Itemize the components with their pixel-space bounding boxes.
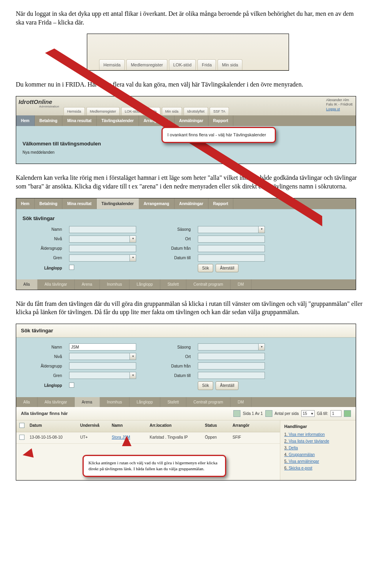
top-tab-minsida[interactable]: Min sida — [162, 107, 182, 115]
inp-dtill[interactable] — [198, 254, 265, 262]
lbl4-dfrom: Datum från — [143, 364, 191, 369]
action-visa-lista[interactable]: 2. Visa lista över tävlande — [284, 439, 352, 444]
inp-namn[interactable] — [69, 226, 136, 233]
inp-niva[interactable] — [69, 236, 130, 243]
aterstall-button-4[interactable]: Återställ — [216, 381, 238, 390]
action-delta[interactable]: 3. Delta — [284, 445, 352, 450]
th-location[interactable]: Arr.location — [146, 420, 202, 432]
ftab4-allatav[interactable]: Alla tävlingar — [38, 397, 75, 407]
chevron-down-icon[interactable]: ▾ — [130, 254, 136, 262]
inp4-niva[interactable] — [69, 353, 130, 360]
nav3-betalning[interactable]: Betalning — [35, 198, 63, 209]
ftab-inomhus[interactable]: Inomhus — [100, 279, 129, 290]
tab-frida[interactable]: Frida — [197, 59, 216, 70]
top-tab-medlem[interactable]: Medlemsregister — [86, 107, 120, 115]
th-arrangor[interactable]: Arrangör — [229, 420, 273, 432]
ftab4-stafett[interactable]: Stafett — [160, 397, 186, 407]
callout-arrow-up-icon — [122, 436, 131, 446]
tab-minsida[interactable]: Min sida — [218, 59, 242, 70]
nav3-rapport[interactable]: Rapport — [208, 198, 233, 209]
row-checkbox[interactable] — [19, 435, 24, 440]
lbl-sasong: Säsong — [143, 227, 191, 232]
results-heading: Alla tävlingar finns här — [21, 411, 68, 416]
aterstall-button[interactable]: Återställ — [216, 264, 238, 273]
cell-arrangor: SFIF — [229, 432, 273, 444]
ftab-centralt[interactable]: Centralt program — [186, 279, 231, 290]
inp-gren[interactable] — [69, 254, 130, 262]
logout-link[interactable]: Logga ut — [326, 107, 353, 112]
top-tab-idrottslyftet[interactable]: Idrottslyftet — [184, 107, 208, 115]
action-epost[interactable]: 6. Skicka e-post — [284, 466, 352, 471]
tab-medlemsregister[interactable]: Medlemsregister — [126, 59, 167, 70]
top-tab-ssfta[interactable]: SSF TA — [210, 107, 229, 115]
action-visa-anm[interactable]: 5. Visa anmälningar — [284, 459, 352, 464]
chk4-langlopp[interactable] — [69, 383, 74, 388]
inp4-ort[interactable] — [198, 353, 265, 360]
ftab-langlopp[interactable]: Långlopp — [129, 279, 160, 290]
chk-all[interactable] — [19, 423, 24, 428]
inp4-dtill[interactable] — [198, 372, 265, 379]
antal-select[interactable]: 15▾ — [301, 410, 315, 417]
inp-dfrom[interactable] — [198, 245, 265, 252]
chevron-down-icon[interactable]: ▾ — [130, 353, 136, 360]
nav3-hem[interactable]: Hem — [16, 198, 35, 209]
sok-button[interactable]: Sök — [198, 264, 213, 273]
nav-tavlingskalender[interactable]: Tävlingskalender — [97, 115, 139, 126]
inp-ort[interactable] — [198, 236, 265, 243]
inp-grp[interactable] — [69, 245, 136, 252]
user-name: Alexander Alm — [326, 98, 353, 103]
page-next-icon[interactable] — [265, 410, 272, 417]
nav-resultat[interactable]: Mina resultat — [62, 115, 97, 126]
ftab4-langlopp[interactable]: Långlopp — [129, 397, 160, 407]
chk-langlopp[interactable] — [69, 265, 74, 270]
ftab4-centralt[interactable]: Centralt program — [186, 397, 231, 407]
ftab4-alla[interactable]: Alla — [16, 397, 38, 407]
inp4-namn[interactable]: JSM — [69, 343, 136, 351]
nav-hem[interactable]: Hem — [16, 115, 35, 126]
top-tab-hemsida[interactable]: Hemsida — [64, 107, 85, 115]
inp4-dfrom[interactable] — [198, 362, 265, 369]
inp-sasong[interactable] — [198, 226, 259, 233]
th-underniva[interactable]: Undernivå — [77, 420, 109, 432]
ftab4-inomhus[interactable]: Inomhus — [100, 397, 129, 407]
cell-underniva: UT+ — [77, 432, 109, 444]
action-visa-mer[interactable]: 1. Visa mer information — [284, 432, 352, 437]
tab-hemsida[interactable]: Hemsida — [99, 59, 125, 70]
chevron-down-icon[interactable]: ▾ — [259, 226, 265, 233]
inp4-gren[interactable] — [69, 372, 130, 379]
th-datum[interactable]: Datum — [26, 420, 77, 432]
th-namn[interactable]: Namn — [109, 420, 146, 432]
th-status[interactable]: Status — [202, 420, 229, 432]
nav-betalning[interactable]: Betalning — [35, 115, 63, 126]
cell-location: Karlstad . Tingvalla IP — [146, 432, 202, 444]
ftab4-arena[interactable]: Arena — [75, 397, 100, 407]
ftab-stafett[interactable]: Stafett — [160, 279, 186, 290]
ftab-allatav[interactable]: Alla tävlingar — [38, 279, 75, 290]
handlingar-panel: Handlingar 1. Visa mer information 2. Vi… — [280, 420, 356, 480]
action-gruppanmalan[interactable]: 4. Gruppanmälan — [284, 452, 352, 457]
inp4-sasong[interactable] — [198, 343, 259, 351]
nav-anmalningar[interactable]: Anmälningar — [174, 115, 208, 126]
lbl-langlopp: Långlopp — [23, 266, 62, 271]
go-button[interactable] — [344, 410, 351, 417]
ftab-dm[interactable]: DM — [231, 279, 251, 290]
ga-input[interactable]: 1 — [330, 410, 341, 417]
sok-button-4[interactable]: Sök — [198, 381, 213, 390]
nav3-arrangemang[interactable]: Arrangemang — [139, 198, 174, 209]
chevron-down-icon[interactable]: ▾ — [259, 343, 265, 351]
page-prev-icon[interactable] — [233, 410, 240, 417]
search-title: Sök tävlingar — [23, 215, 349, 222]
inp4-grp[interactable] — [69, 362, 136, 369]
ftab4-dm[interactable]: DM — [231, 397, 251, 407]
lbl-dfrom: Datum från — [143, 246, 191, 251]
ftab-arena[interactable]: Arena — [75, 279, 100, 290]
chevron-down-icon[interactable]: ▾ — [130, 236, 136, 243]
nav3-resultat[interactable]: Mina resultat — [62, 198, 97, 209]
lbl4-sasong: Säsong — [143, 345, 191, 350]
chevron-down-icon[interactable]: ▾ — [130, 372, 136, 379]
nav3-tavlingskalender[interactable]: Tävlingskalender — [97, 198, 139, 209]
tab-lokstod[interactable]: LOK-stöd — [169, 59, 196, 70]
nav-rapport[interactable]: Rapport — [208, 115, 233, 126]
ftab-alla[interactable]: Alla — [16, 279, 38, 290]
nav3-anmalningar[interactable]: Anmälningar — [174, 198, 208, 209]
